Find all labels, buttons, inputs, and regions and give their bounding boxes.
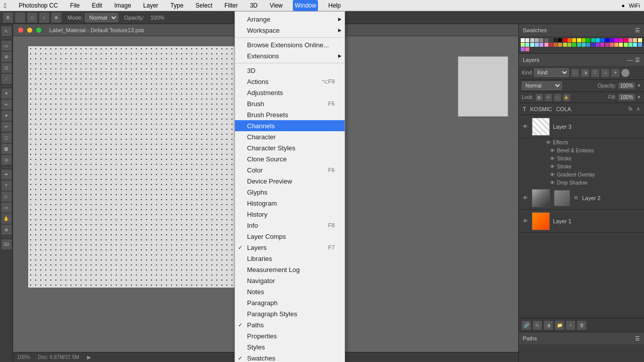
menu-item-actions[interactable]: Actions⌥F9 [235,76,345,87]
menu-item-styles[interactable]: Styles [235,341,345,352]
menu-help[interactable]: Help [326,0,343,11]
checkmark-icon: ✓ [238,244,243,251]
menu-item-label: Properties [247,332,277,340]
menu-item-shortcut: F6 [328,167,335,173]
menu-item-shortcut: F7 [328,244,335,250]
menu-item-label: Arrange [247,16,270,23]
menu-item-label: Info [247,222,258,229]
menu-separator [235,63,345,63]
menu-item-brush[interactable]: BrushF5 [235,98,345,109]
menu-item-label: Adjustments [247,89,283,97]
menu-item-label: Workspace [247,27,280,34]
menu-item-paragraph-styles[interactable]: Paragraph Styles [235,308,345,319]
menu-item-label: Actions [247,78,269,85]
menu-item-label: Layer Comps [247,233,286,240]
menu-item-label: Styles [247,343,265,351]
menu-item-label: Browse Extensions Online... [247,41,329,49]
menu-item-device-preview[interactable]: Device Preview [235,175,345,187]
menu-item-label: Device Preview [247,177,292,185]
menu-item-brush-presets[interactable]: Brush Presets [235,109,345,120]
menu-item-label: Paragraph Styles [247,310,297,318]
menu-item-shortcut: ⌥F9 [321,78,335,85]
mac-wifi: WiFi [629,3,640,9]
menu-item-measurement-log[interactable]: Measurement Log [235,264,345,275]
menu-item-label: Histogram [247,200,277,207]
menu-layer[interactable]: Layer [141,0,160,11]
checkmark-icon: ✓ [238,322,243,328]
mac-menubar:  Photoshop CC File Edit Image Layer Typ… [0,0,644,11]
mac-status-area: ● WiFi [621,3,640,9]
menu-item-label: Extensions [247,52,279,60]
menu-item-navigator[interactable]: Navigator [235,275,345,286]
menu-item-color[interactable]: ColorF6 [235,164,345,175]
menu-photoshop-cc[interactable]: Photoshop CC [17,0,60,11]
menu-item-histogram[interactable]: Histogram [235,198,345,209]
menu-item-label: Swatches [247,354,275,362]
menu-3d[interactable]: 3D [248,0,260,11]
menu-item-label: Channels [247,122,275,130]
menu-image[interactable]: Image [112,0,133,11]
menu-file[interactable]: File [68,0,82,11]
menu-item-arrange[interactable]: Arrange [235,14,345,25]
menu-item-label: Glyphs [247,189,267,196]
menu-item-label: Navigator [247,277,275,285]
menu-item-label: Character Styles [247,144,295,152]
menu-item-label: Libraries [247,255,272,262]
menu-item-layers[interactable]: ✓LayersF7 [235,242,345,253]
menu-edit[interactable]: Edit [90,0,105,11]
menu-item-info[interactable]: InfoF8 [235,220,345,231]
menu-item-browse-extensions-online-[interactable]: Browse Extensions Online... [235,39,345,50]
menu-item-properties[interactable]: Properties [235,330,345,341]
menu-item-layer-comps[interactable]: Layer Comps [235,231,345,242]
menu-item-label: History [247,211,267,218]
menu-select[interactable]: Select [194,0,214,11]
checkmark-icon: ✓ [238,355,243,361]
menu-item-history[interactable]: History [235,209,345,220]
menu-item-libraries[interactable]: Libraries [235,253,345,264]
menu-window[interactable]: Window [293,0,318,11]
menu-item-character[interactable]: Character [235,131,345,142]
menu-item-extensions[interactable]: Extensions [235,50,345,61]
menu-item-3d[interactable]: 3D [235,65,345,76]
apple-icon[interactable]:  [4,2,7,10]
menu-item-notes[interactable]: Notes [235,286,345,297]
menu-item-channels[interactable]: Channels [235,120,345,131]
menu-item-shortcut: F8 [328,222,335,228]
menu-item-character-styles[interactable]: Character Styles [235,142,345,153]
menu-item-label: Paths [247,321,264,329]
menu-item-workspace[interactable]: Workspace [235,25,345,36]
menu-item-label: Color [247,166,263,174]
menu-item-label: Layers [247,244,267,251]
menu-item-label: Character [247,133,276,141]
menu-item-label: Measurement Log [247,266,300,274]
menu-item-paragraph[interactable]: Paragraph [235,297,345,308]
menu-item-paths[interactable]: ✓Paths [235,319,345,330]
menu-type[interactable]: Type [169,0,186,11]
menu-item-label: Brush Presets [247,111,288,119]
menu-view[interactable]: View [268,0,285,11]
window-menu: ArrangeWorkspaceBrowse Extensions Online… [234,11,345,362]
menu-item-clone-source[interactable]: Clone Source [235,153,345,164]
mac-time: ● [621,3,625,9]
menu-item-shortcut: F5 [328,101,335,107]
menu-item-label: Brush [247,100,264,108]
menu-item-label: Clone Source [247,155,287,163]
menu-item-label: 3D [247,67,256,74]
menu-item-label: Notes [247,288,264,296]
menu-separator [235,37,345,38]
menu-item-glyphs[interactable]: Glyphs [235,187,345,198]
menu-item-swatches[interactable]: ✓Swatches [235,352,345,362]
menu-item-label: Paragraph [247,299,278,307]
menu-filter[interactable]: Filter [222,0,240,11]
menu-item-adjustments[interactable]: Adjustments [235,87,345,98]
